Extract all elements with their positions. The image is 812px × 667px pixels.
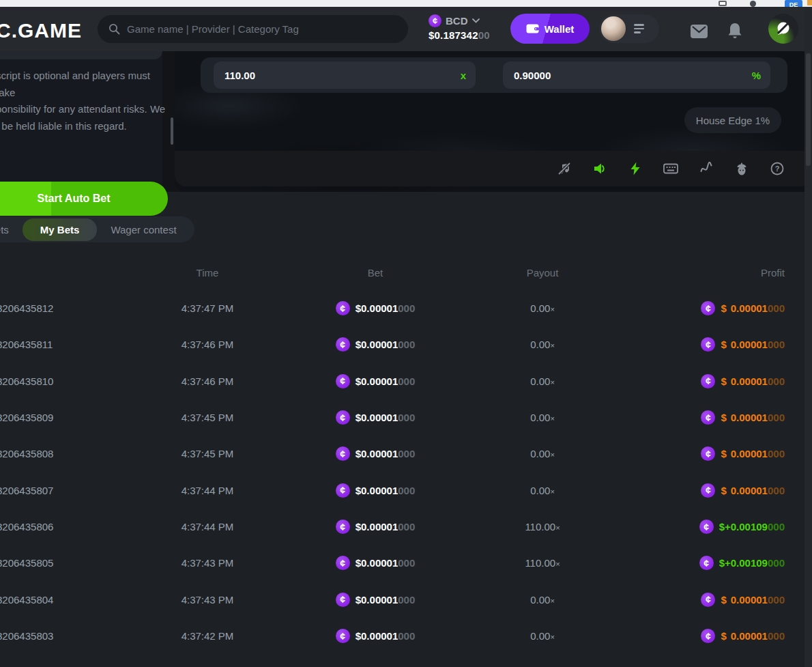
wallet-button[interactable]: Wallet	[510, 14, 590, 44]
wallet-balance: $0.18734200	[429, 29, 490, 41]
payout-multiplier-input[interactable]	[224, 70, 461, 81]
bet-row[interactable]: 8206435808 4:37:45 PM ¢ $0.00001000 0.00…	[0, 436, 812, 472]
bet-payout: 0.00×	[499, 485, 585, 496]
bet-payout: 0.00×	[499, 594, 585, 606]
sidebar-scrollbar-thumb[interactable]	[171, 117, 173, 145]
browser-toolbar-edge: DE	[0, 0, 812, 7]
wallet-icon	[526, 23, 539, 34]
bet-time: 4:37:45 PM	[164, 412, 251, 423]
bet-row[interactable]: 8206435805 4:37:43 PM ¢ $0.00001000 110.…	[0, 545, 812, 581]
bet-payout: 110.00×	[499, 557, 585, 569]
win-chance-input[interactable]	[514, 70, 752, 81]
bet-profit: ¢ $0.00001000	[585, 301, 812, 315]
bet-row[interactable]: 8206435812 4:37:47 PM ¢ $0.00001000 0.00…	[0, 290, 812, 326]
table-header-row: Time Bet Payout Profit	[0, 255, 812, 290]
search-bar[interactable]	[98, 15, 408, 43]
hotkeys-keyboard-icon[interactable]	[663, 161, 678, 176]
chat-toggle-button[interactable]	[768, 14, 798, 44]
notifications-bell-icon[interactable]	[727, 23, 742, 40]
bcd-coin-icon: ¢	[701, 337, 715, 352]
bcd-coin-icon: ¢	[701, 483, 715, 498]
script-disclaimer-text: script is optional and players must take…	[0, 68, 168, 134]
bcd-coin-icon: ¢	[701, 446, 715, 461]
bet-id: 8206435809	[0, 412, 164, 423]
bet-amount: ¢ $0.00001000	[251, 520, 499, 534]
search-input[interactable]	[127, 23, 397, 35]
bcd-coin-icon: ¢	[701, 629, 715, 643]
col-payout: Payout	[499, 267, 585, 279]
tab-my-bets[interactable]: My Bets	[23, 218, 98, 241]
bcd-coin-icon: ¢	[336, 520, 350, 534]
page-scrollbar[interactable]	[804, 7, 812, 667]
bet-id: 8206435803	[0, 630, 164, 642]
payout-multiplier-field[interactable]: x	[214, 61, 476, 89]
bet-row[interactable]: 8206435807 4:37:44 PM ¢ $0.00001000 0.00…	[0, 472, 812, 509]
sound-on-icon[interactable]	[592, 161, 607, 176]
game-inputs-panel: x %	[201, 57, 787, 93]
bet-payout: 110.00×	[499, 521, 585, 533]
bet-profit: ¢ $0.00001000	[585, 446, 812, 461]
bet-time: 4:37:43 PM	[164, 557, 251, 569]
browser-extension-icon[interactable]	[719, 1, 727, 6]
bet-profit: ¢ $0.00001000	[585, 483, 812, 498]
bet-id: 8206435812	[0, 302, 164, 314]
col-profit: Profit	[585, 267, 812, 279]
currency-selector[interactable]: ¢ BCD $0.18734200	[429, 14, 490, 41]
bet-row[interactable]: 8206435803 4:37:42 PM ¢ $0.00001000 0.00…	[0, 618, 812, 654]
search-icon	[108, 23, 120, 35]
table-body: 8206435812 4:37:47 PM ¢ $0.00001000 0.00…	[0, 290, 812, 654]
bet-profit: ¢ $+0.00109000	[585, 556, 812, 570]
bcd-coin-icon: ¢	[699, 520, 714, 534]
bet-profit: ¢ $+0.00109000	[585, 520, 812, 534]
bet-profit: ¢ $0.00001000	[585, 410, 812, 425]
tab-all-bets[interactable]: All Bets	[0, 218, 23, 242]
browser-extension-icon[interactable]	[750, 1, 756, 7]
bet-profit: ¢ $0.00001000	[585, 629, 812, 643]
bet-payout: 0.00×	[499, 448, 585, 459]
bet-row[interactable]: 8206435806 4:37:44 PM ¢ $0.00001000 110.…	[0, 509, 812, 545]
bet-payout: 0.00×	[499, 339, 585, 350]
bet-row[interactable]: 8206435811 4:37:46 PM ¢ $0.00001000 0.00…	[0, 326, 812, 363]
help-icon[interactable]: ?	[770, 161, 785, 176]
bet-row[interactable]: 8206435810 4:37:46 PM ¢ $0.00001000 0.00…	[0, 363, 812, 399]
profile-menu[interactable]	[599, 14, 659, 43]
bet-amount: ¢ $0.00001000	[251, 337, 499, 352]
multiplier-suffix: x	[461, 70, 466, 81]
bcd-coin-icon: ¢	[336, 446, 350, 461]
tab-wager-contest[interactable]: Wager contest	[97, 218, 190, 242]
turbo-bolt-icon[interactable]	[628, 161, 643, 176]
bet-profit: ¢ $0.00001000	[585, 593, 812, 607]
messages-icon[interactable]	[691, 25, 708, 38]
bcd-coin-icon: ¢	[336, 556, 350, 570]
site-logo[interactable]: C.GAME	[0, 19, 82, 42]
bcd-coin-icon: ¢	[336, 483, 350, 498]
bcd-coin-icon: ¢	[701, 410, 715, 425]
fairness-seed-icon[interactable]	[734, 161, 749, 176]
avatar[interactable]	[601, 16, 626, 41]
music-off-icon[interactable]	[557, 161, 572, 176]
game-toolbar: ?	[175, 151, 812, 186]
bet-row[interactable]: 8206435804 4:37:43 PM ¢ $0.00001000 0.00…	[0, 582, 812, 618]
page-scrollbar-thumb[interactable]	[806, 53, 811, 166]
chat-disabled-icon	[775, 20, 792, 37]
bet-amount: ¢ $0.00001000	[251, 556, 499, 570]
bet-amount: ¢ $0.00001000	[251, 446, 499, 461]
trends-icon[interactable]	[699, 161, 714, 176]
col-time: Time	[164, 267, 251, 279]
bcd-coin-icon: ¢	[336, 301, 350, 315]
bet-time: 4:37:44 PM	[164, 485, 251, 496]
bet-id: 8206435808	[0, 448, 164, 459]
col-bet: Bet	[251, 267, 499, 279]
wallet-label: Wallet	[545, 23, 575, 35]
sidebar-clipped-panel	[0, 51, 162, 59]
bcd-coin-icon: ¢	[701, 374, 715, 388]
bcd-coin-icon: ¢	[336, 337, 350, 352]
bet-row[interactable]: 8206435809 4:37:45 PM ¢ $0.00001000 0.00…	[0, 399, 812, 436]
bet-id: 8206435807	[0, 485, 164, 496]
bet-time: 4:37:46 PM	[164, 339, 251, 350]
bcd-coin-icon: ¢	[336, 629, 350, 643]
start-auto-bet-button[interactable]: Start Auto Bet	[0, 182, 168, 216]
bet-amount: ¢ $0.00001000	[251, 483, 499, 498]
bet-time: 4:37:43 PM	[164, 594, 251, 606]
win-chance-field[interactable]: %	[503, 61, 770, 89]
